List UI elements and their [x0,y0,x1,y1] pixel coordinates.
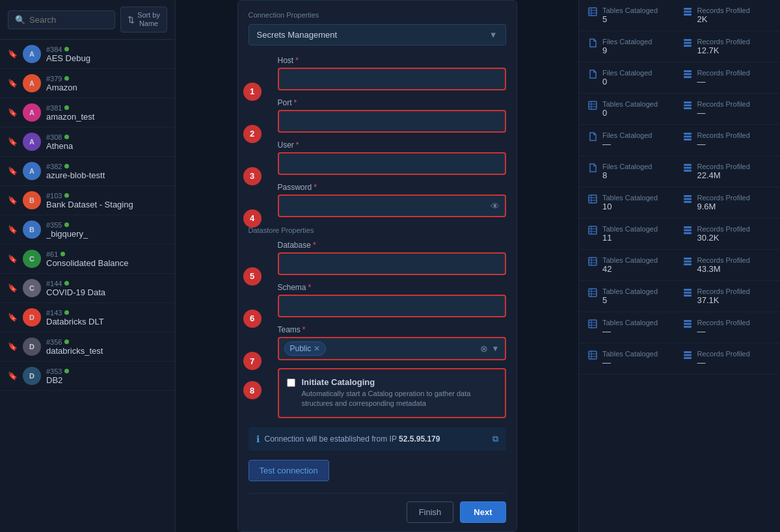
ds-name: Bank Dataset - Staging [46,200,167,209]
port-input[interactable] [278,110,506,133]
sidebar-item[interactable]: 🔖 A #384 AES Debug [0,40,175,69]
stat-group-right: Records Profiled 9.6M [683,194,772,211]
svg-rect-30 [684,195,692,197]
search-box[interactable]: 🔍 [8,10,115,29]
ds-name: azure-blob-testt [46,170,167,180]
search-icon: 🔍 [15,15,25,25]
stat-right-value: 22.4M [697,170,750,180]
copy-ip-icon[interactable]: ⧉ [492,434,498,444]
info-icon: ℹ [256,434,260,444]
svg-rect-60 [684,326,692,328]
user-input[interactable] [278,152,506,175]
teams-dropdown-icon[interactable]: ▼ [492,344,500,353]
status-dot [64,222,69,227]
ds-avatar: D [23,308,41,326]
step-badge-7: 7 [243,352,262,370]
sidebar-item[interactable]: 🔖 D #353 DB2 [0,362,175,391]
right-panel-row: Tables Cataloged — Records Profiled — [579,312,780,343]
svg-rect-4 [684,8,692,10]
host-input[interactable] [278,68,506,90]
sidebar-item[interactable]: 🔖 A #382 azure-blob-testt [0,157,175,186]
test-connection-button[interactable]: Test connection [249,460,329,481]
stat-left-value: 10 [602,202,658,211]
sidebar-list: 🔖 A #384 AES Debug 🔖 A #379 Amazon 🔖 A #… [0,40,175,532]
password-input[interactable] [278,194,506,217]
stat-group-left: Files Cataloged — [588,131,677,149]
finish-button[interactable]: Finish [407,501,454,523]
stat-left-value: 5 [602,295,658,305]
ds-name: Athena [46,141,167,151]
sidebar-item[interactable]: 🔖 A #379 Amazon [0,69,175,98]
status-dot [64,193,69,198]
stat-right-value: — [697,77,750,86]
ds-id: #143 [46,309,167,317]
svg-rect-8 [684,42,692,44]
toggle-password-icon[interactable]: 👁 [491,201,500,211]
svg-rect-66 [684,354,692,356]
sidebar-item[interactable]: 🔖 B #355 _bigquery_ [0,215,175,245]
teams-search-input[interactable] [330,344,476,354]
stat-right-label: Records Profiled [697,100,750,108]
sidebar: 🔍 ⇅ Sort byName 🔖 A #384 AES Debug 🔖 A #… [0,0,176,532]
stat-group-right: Records Profiled — [683,100,772,118]
svg-rect-24 [684,167,692,169]
svg-rect-67 [684,357,692,359]
stat-right-value: 37.1K [697,295,750,305]
records-icon [683,319,692,330]
status-dot [61,252,65,256]
right-panel-row: Tables Cataloged 5 Records Profiled 37.1… [579,281,780,312]
stat-left-value: 0 [602,108,658,118]
sidebar-item[interactable]: 🔖 D #143 Databricks DLT [0,303,175,332]
ds-name: DB2 [46,375,167,385]
sidebar-item[interactable]: 🔖 C #144 COVID-19 Data [0,274,175,303]
stat-left-label: Files Cataloged [602,131,652,139]
sidebar-item[interactable]: 🔖 A #308 Athena [0,127,175,157]
ds-info: #381 amazon_test [46,104,167,122]
stat-right-label: Records Profiled [697,350,750,358]
status-dot [64,369,69,373]
stat-left-label: Tables Cataloged [602,287,658,295]
stat-group-left: Tables Cataloged — [588,319,677,336]
svg-rect-9 [684,45,692,47]
ds-id: #355 [46,221,167,229]
svg-rect-47 [589,289,597,297]
status-dot [64,135,69,139]
svg-rect-37 [684,226,692,228]
svg-rect-31 [684,198,692,200]
stat-group-left: Files Cataloged 9 [588,38,677,55]
ds-info: #353 DB2 [46,367,167,385]
initiate-cataloging-checkbox[interactable] [287,379,295,387]
bookmark-icon: 🔖 [8,284,18,293]
ds-id: #379 [46,75,167,83]
sidebar-item[interactable]: 🔖 D #356 databricks_test [0,332,175,362]
ds-info: #144 COVID-19 Data [46,280,167,297]
team-tag-public[interactable]: Public ✕ [284,341,327,356]
secrets-management-dropdown[interactable]: Secrets Management ▼ [249,24,506,46]
right-panel-row: Files Cataloged — Records Profiled — [579,125,780,156]
sort-button[interactable]: ⇅ Sort byName [120,7,167,33]
search-input[interactable] [29,15,108,25]
teams-input-row[interactable]: Public ✕ ⊗ ▼ [278,337,506,360]
svg-rect-40 [589,258,597,265]
schema-label: Schema * [278,283,506,292]
ds-avatar: A [23,162,41,180]
sidebar-item[interactable]: 🔖 C #61 Consolidated Balance [0,245,175,274]
database-input[interactable] [278,252,506,275]
next-button[interactable]: Next [460,501,505,523]
team-tag-remove[interactable]: ✕ [314,344,320,353]
ds-avatar: D [23,367,41,385]
ds-name: AES Debug [46,53,167,63]
schema-input[interactable] [278,295,506,317]
sidebar-item[interactable]: 🔖 A #381 amazon_test [0,98,175,127]
stat-group-right: Records Profiled 43.3M [683,256,772,274]
stat-right-label: Records Profiled [697,287,750,295]
initiate-cataloging-content: Initiate Cataloging Automatically start … [302,377,497,409]
sidebar-item[interactable]: 🔖 B #103 Bank Dataset - Staging [0,186,175,215]
right-panel-row: Tables Cataloged 11 Records Profiled 30.… [579,219,780,250]
ds-avatar: A [23,133,41,151]
teams-clear-icon[interactable]: ⊗ [480,343,488,354]
svg-rect-26 [589,195,597,203]
main-area: Connection Properties Secrets Management… [176,0,578,532]
ds-info: #382 azure-blob-testt [46,163,167,180]
stat-right-value: 30.2K [697,233,750,243]
